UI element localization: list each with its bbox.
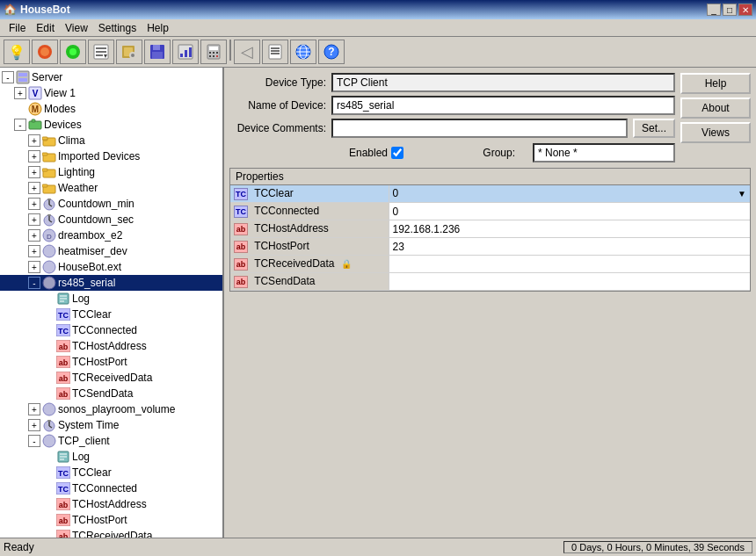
menu-edit[interactable]: Edit	[31, 20, 60, 36]
toolbar-help-button[interactable]: ?	[318, 40, 345, 64]
tree-item-tcconnected2[interactable]: TC TCConnected	[0, 480, 222, 496]
prop-row-tchostport[interactable]: ab TCHostPort 23	[230, 238, 750, 256]
toolbar-globe-button[interactable]	[290, 40, 316, 64]
expand-clima[interactable]: +	[28, 134, 40, 147]
tree-item-log2[interactable]: Log	[0, 449, 222, 465]
svg-text:TC: TC	[58, 469, 69, 478]
prop-value-tchostport[interactable]: 23	[389, 238, 750, 256]
prop-row-tcconnected[interactable]: TC TCConnected 0	[230, 203, 750, 220]
prop-row-tchostaddress[interactable]: ab TCHostAddress 192.168.1.236	[230, 220, 750, 238]
tree-content[interactable]: - Server + V View 1	[0, 68, 222, 538]
prop-row-tcreceiveddata[interactable]: ab TCReceivedData 🔒	[230, 256, 750, 273]
expand-heatmiser[interactable]: +	[28, 245, 40, 257]
expand-tcpclient[interactable]: -	[28, 435, 40, 447]
tree-item-view1[interactable]: + V View 1	[0, 85, 222, 101]
prop-value-tcreceiveddata[interactable]	[389, 256, 750, 273]
views-button[interactable]: Views	[680, 122, 751, 143]
toolbar-power-button[interactable]	[60, 40, 86, 64]
tree-item-lighting[interactable]: + Lighting	[0, 164, 222, 180]
svg-rect-47	[32, 119, 35, 122]
toolbar-refresh-button[interactable]	[32, 40, 58, 64]
device-type-input[interactable]	[331, 73, 675, 92]
tree-item-dreambox[interactable]: + D dreambox_e2	[0, 227, 222, 243]
help-button[interactable]: Help	[680, 73, 751, 94]
tree-item-tcsenddata1[interactable]: ab TCSendData	[0, 386, 222, 401]
tree-item-log1[interactable]: Log	[0, 291, 222, 307]
expand-countdown-min[interactable]: +	[28, 198, 40, 210]
toolbar-chart-button[interactable]	[172, 40, 199, 64]
tree-item-tcreceiveddata1[interactable]: ab TCReceivedData	[0, 370, 222, 386]
tree-item-countdown-min[interactable]: + Countdown_min	[0, 196, 222, 212]
toolbar-calc-button[interactable]	[200, 40, 227, 64]
tree-item-sonos[interactable]: + sonos_playroom_volume	[0, 401, 222, 417]
expand-lighting[interactable]: +	[28, 166, 40, 178]
dropdown-arrow-tcclear: ▼	[738, 189, 746, 199]
menu-settings[interactable]: Settings	[93, 20, 142, 36]
prop-value-tcsenddata[interactable]	[389, 273, 750, 291]
toolbar-bulb-button[interactable]: 💡	[4, 40, 30, 64]
expand-dreambox[interactable]: +	[28, 229, 40, 242]
tree-item-server[interactable]: - Server	[0, 69, 222, 85]
set-button[interactable]: Set...	[633, 119, 675, 138]
tree-item-tchostport2[interactable]: ab TCHostPort	[0, 512, 222, 528]
prop-value-tchostaddress[interactable]: 192.168.1.236	[389, 220, 750, 238]
tree-item-countdown-sec[interactable]: + Countdown_sec	[0, 212, 222, 227]
expand-housebot-ext[interactable]: +	[28, 261, 40, 273]
comments-input[interactable]	[331, 119, 628, 138]
tree-item-imported[interactable]: + Imported Devices	[0, 148, 222, 164]
prop-value-tcconnected[interactable]: 0	[389, 203, 750, 220]
tree-item-tchostport1[interactable]: ab TCHostPort	[0, 354, 222, 370]
prop-value-tcclear[interactable]: 0 ▼	[389, 185, 751, 201]
tree-item-tcclear2[interactable]: TC TCClear	[0, 465, 222, 480]
prop-name-tcconnected: TC TCConnected	[230, 203, 389, 220]
tree-item-tchostaddress1[interactable]: ab TCHostAddress	[0, 338, 222, 354]
name-input[interactable]	[331, 96, 675, 115]
enabled-checkbox[interactable]	[391, 147, 403, 159]
modes-label: Modes	[44, 103, 76, 115]
tree-item-devices[interactable]: - Devices	[0, 117, 222, 133]
tree-item-rs485[interactable]: - rs485_serial	[0, 275, 222, 291]
group-input[interactable]	[533, 143, 675, 162]
tree-item-housebot-ext[interactable]: + HouseBot.ext	[0, 259, 222, 275]
menu-help[interactable]: Help	[142, 20, 174, 36]
tree-item-modes[interactable]: M Modes	[0, 101, 222, 117]
expand-sonos[interactable]: +	[28, 403, 40, 415]
toolbar-doc-button[interactable]	[262, 40, 288, 64]
rs485-icon	[42, 276, 56, 290]
prop-row-tcclear[interactable]: TC TCClear 0 ▼	[230, 185, 750, 203]
expand-imported[interactable]: +	[28, 150, 40, 162]
expand-rs485[interactable]: -	[28, 277, 40, 289]
toolbar-settings-button[interactable]	[116, 40, 142, 64]
tree-item-weather[interactable]: + Weather	[0, 180, 222, 196]
tree-item-tcpclient[interactable]: - TCP_client	[0, 433, 222, 449]
about-button[interactable]: About	[680, 97, 751, 119]
titlebar-left: 🏠 HouseBot	[4, 4, 70, 16]
menu-file[interactable]: File	[4, 20, 31, 36]
expand-server[interactable]: -	[2, 71, 14, 83]
tree-item-systemtime[interactable]: + System Time	[0, 417, 222, 433]
minimize-button[interactable]: _	[707, 4, 721, 16]
dreambox-icon: D	[42, 228, 56, 242]
tree-item-heatmiser[interactable]: + heatmiser_dev	[0, 243, 222, 259]
toolbar-save-button[interactable]	[144, 40, 171, 64]
expand-countdown-sec[interactable]: +	[28, 213, 40, 226]
expand-devices[interactable]: -	[14, 119, 26, 131]
prop-value-text-tcclear: 0	[393, 187, 399, 199]
toolbar-back-button[interactable]: ◁	[234, 40, 260, 64]
maximize-button[interactable]: □	[723, 4, 737, 16]
countdown-min-icon	[42, 197, 56, 211]
tree-item-tcclear1[interactable]: TC TCClear	[0, 307, 222, 322]
prop-name-tchostaddress: ab TCHostAddress	[230, 220, 389, 238]
close-button[interactable]: ✕	[738, 4, 752, 16]
toolbar-edit-button[interactable]	[88, 40, 114, 64]
expand-view1[interactable]: +	[14, 87, 26, 99]
tree-item-tcreceiveddata2[interactable]: ab TCReceivedData	[0, 528, 222, 538]
menu-view[interactable]: View	[60, 20, 93, 36]
expand-weather[interactable]: +	[28, 182, 40, 194]
expand-systemtime[interactable]: +	[28, 419, 40, 431]
tree-item-clima[interactable]: + Clima	[0, 133, 222, 148]
prop-row-tcsenddata[interactable]: ab TCSendData	[230, 273, 750, 291]
prop-label-tcclear: TCClear	[254, 187, 294, 199]
tree-item-tcconnected1[interactable]: TC TCConnected	[0, 322, 222, 338]
tree-item-tchostaddress2[interactable]: ab TCHostAddress	[0, 496, 222, 512]
